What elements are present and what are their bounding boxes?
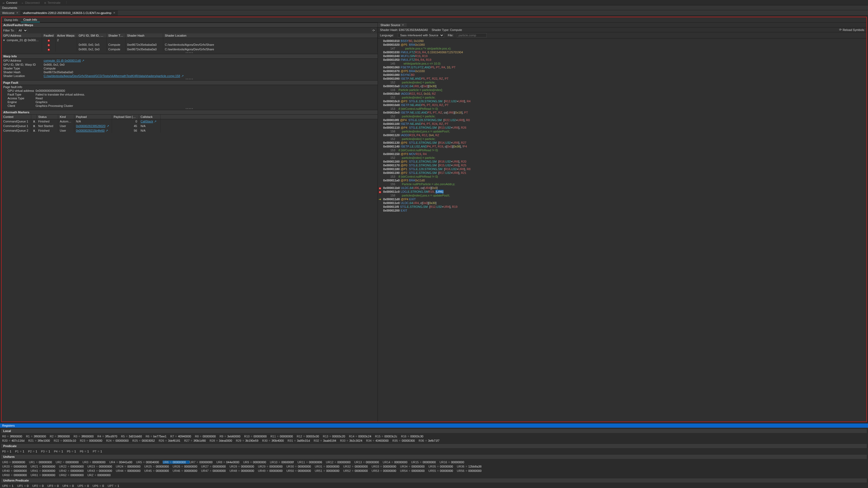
external-link-icon[interactable]: ↗ <box>105 129 108 132</box>
close-icon[interactable]: ✕ <box>113 11 115 14</box>
register-cell[interactable]: UR46= 00000000 <box>173 469 201 473</box>
register-cell[interactable]: UR45= 00000000 <box>144 469 173 473</box>
tab-crash-info[interactable]: Crash Info <box>21 17 40 22</box>
register-cell[interactable]: UR34= 00000000 <box>400 465 429 468</box>
disconnect-button[interactable]: ⌁ Disconnect <box>20 1 41 5</box>
register-cell[interactable]: UR10= 0060000f <box>270 460 297 464</box>
register-cell[interactable]: UP6 = 0 <box>93 484 108 487</box>
external-link-icon[interactable]: ↗ <box>107 124 109 128</box>
register-cell[interactable]: UR23= 00000000 <box>88 465 116 468</box>
register-cell[interactable]: P1 = 1 <box>15 450 28 453</box>
register-cell[interactable]: R13 = 00003c20 <box>323 435 349 438</box>
register-cell[interactable]: R9 = 3eb60000 <box>219 435 244 438</box>
register-cell[interactable]: UR5 = 00004000 <box>136 460 163 464</box>
register-cell[interactable]: UR35= 00000000 <box>429 465 457 468</box>
col-shader-type[interactable]: Shader Type <box>107 33 125 38</box>
code-line[interactable]: 0x00001010 BSSY B0, 0x1090 <box>378 39 866 43</box>
register-cell[interactable]: UR27= 00000000 <box>201 465 230 468</box>
register-cell[interactable]: R14 = 00003c24 <box>349 435 375 438</box>
register-cell[interactable]: URZ = 00000000 <box>88 474 115 477</box>
code-line[interactable]: 0x00001120 IADD3 R19, P4, R12, 0x4, RZ <box>378 133 866 137</box>
col-kind[interactable]: Kind <box>58 115 74 119</box>
register-cell[interactable]: UP0 = 1 <box>2 484 17 487</box>
register-cell[interactable]: UR9 = 00000000 <box>243 460 270 464</box>
code-line[interactable]: 116 Particle particle = particles[index]… <box>378 88 866 92</box>
table-row[interactable]: ✕0x900, 0x0, 0x5Compute0xe8672e35ebaba0a… <box>2 42 378 47</box>
code-line[interactable]: 0x00001130 @P6 STG.E.STRONG.SM [R14.U32+… <box>378 141 866 144</box>
register-cell[interactable]: R29 = 3b190e59 <box>236 439 262 442</box>
col-payload[interactable]: Payload <box>74 115 112 119</box>
table-row[interactable]: ▾ compute_01 @ 0x000011d0 ✕ 2 <box>2 38 378 42</box>
code-line[interactable]: 0x000010c0 @P3 STG.E.128.STRONG.SM [R12.… <box>378 99 866 103</box>
col-shader-hash[interactable]: Shader Hash <box>125 33 163 38</box>
code-line[interactable]: 152 particles[index] = particle; <box>378 137 866 141</box>
register-cell[interactable]: UP4 = 0 <box>62 484 78 487</box>
close-icon[interactable]: ✕ <box>16 11 18 14</box>
register-cell[interactable]: UR53= 00000000 <box>372 469 400 473</box>
external-link-icon[interactable]: ↗ <box>82 59 84 62</box>
code-line[interactable]: 152 particles[index] = particle; <box>378 80 866 84</box>
code-line[interactable]: ➔0x000011d0 @!P4 EXIT <box>378 197 866 201</box>
register-cell[interactable]: P2 = 1 <box>28 450 41 453</box>
register-cell[interactable]: UR50= 00000000 <box>286 469 315 473</box>
register-cell[interactable]: UR7 = 00000000 <box>190 460 216 464</box>
kv-value[interactable]: C:/sw/devtools/Agora/Dev/Grfx/Shared/GCD… <box>43 74 376 78</box>
register-cell[interactable]: R35 = 00000300 <box>393 439 419 442</box>
register-cell[interactable]: UR40= 00000000 <box>2 469 31 473</box>
register-cell[interactable]: R31 = 3a89c01d <box>288 439 314 442</box>
register-cell[interactable]: UP2 = 0 <box>32 484 48 487</box>
register-cell[interactable]: UR25= 00000000 <box>144 465 173 468</box>
code-line[interactable]: 0x00001060 FSETP.GTU.FTZ.AND P5, PT, R4,… <box>378 65 866 69</box>
register-cell[interactable]: R8 = 00000000 <box>195 435 219 438</box>
table-row[interactable]: CommandQueue 2FinishedUser0x0000028215b4… <box>2 128 378 133</box>
register-cell[interactable]: R32 = 3aab6184 <box>314 439 340 442</box>
file-select[interactable] <box>457 33 487 37</box>
code-line[interactable]: 0x00001140 ISETP.LE.U32.AND P4, PT, R19,… <box>378 144 866 148</box>
code-line[interactable]: 0x00001180 @P1 STG.E.128.STRONG.SM [R16.… <box>378 167 866 171</box>
register-cell[interactable]: UR29= 00000000 <box>258 465 286 468</box>
register-cell[interactable]: UR12= 00000000 <box>326 460 354 464</box>
register-cell[interactable]: UR49= 00000000 <box>258 469 286 473</box>
register-cell[interactable]: R15 = 00003c2c <box>375 435 401 438</box>
register-cell[interactable]: UR22= 00000000 <box>59 465 88 468</box>
splitter-horizontal[interactable]: ••••• <box>2 52 378 54</box>
tree-toggle-icon[interactable]: ▾ <box>3 38 6 42</box>
doc-tab-dump[interactable]: vkaftermathtestkhr-22812-20230310_163633… <box>21 10 118 15</box>
register-cell[interactable]: UP1 = 0 <box>17 484 32 487</box>
code-line[interactable]: 0x000011e0 ULDC.64 UR4, c[0x0][0x30] <box>378 201 866 205</box>
col-faulted[interactable]: Faulted <box>42 33 56 38</box>
register-cell[interactable]: R24 = 00000000 <box>106 439 132 442</box>
register-cell[interactable]: R11 = 00000000 <box>270 435 297 438</box>
register-cell[interactable]: UR30= 00000000 <box>286 465 315 468</box>
register-cell[interactable]: UR24= 00000000 <box>116 465 144 468</box>
callstack-link[interactable]: CallStack <box>141 120 153 123</box>
code-line[interactable]: 0x000010f0 @P4 STG.E.128.STRONG.SM [R22.… <box>378 118 866 122</box>
register-cell[interactable]: R22 = 00003c10 <box>54 439 80 442</box>
code-line[interactable]: 153 if (tdrControl.nullPtrRead != 0) <box>378 148 866 152</box>
code-line[interactable]: 0x000010b0 IADD3 R22, R12, 0x10, RZ <box>378 92 866 96</box>
code-line[interactable]: 0x000010d0 ISETP.NE.AND P6, PT, R23, RZ,… <box>378 103 866 107</box>
col-active-warps[interactable]: Active Warps <box>56 33 77 38</box>
register-cell[interactable]: UR61= 00000000 <box>31 474 59 477</box>
register-cell[interactable]: UR55= 00000000 <box>429 469 457 473</box>
terminate-button[interactable]: ✕ Terminate <box>42 1 62 5</box>
code-line[interactable]: 0x00001070 @!P5 BRA 0x1030 <box>378 69 866 73</box>
code-line[interactable]: 0x000010e0 ISETP.NE.U32.AND P3, PT, RZ, … <box>378 110 866 115</box>
register-cell[interactable]: R7 = 40940000 <box>170 435 195 438</box>
menu-more-button[interactable]: ⋮ <box>63 1 69 5</box>
kv-value[interactable]: compute_01 @ 0x000011d0↗ <box>43 59 376 62</box>
register-cell[interactable]: R28 = 3dea0000 <box>210 439 236 442</box>
col-gpu-address[interactable]: GPU Address <box>2 33 42 38</box>
register-cell[interactable]: R30 = 3f0b4000 <box>262 439 288 442</box>
col-context[interactable]: Context <box>2 115 31 119</box>
splitter-horizontal[interactable]: ••••• <box>2 108 378 110</box>
register-cell[interactable]: R20 = 407c116d <box>2 439 28 442</box>
code-line[interactable]: 152 particles[index] = particle; <box>378 96 866 99</box>
register-cell[interactable]: UR26= 00000000 <box>173 465 201 468</box>
code-line[interactable]: 155 Particle nullPtrParticle = ubo.zeroA… <box>378 182 866 186</box>
register-cell[interactable]: UR21= 00000000 <box>31 465 59 468</box>
register-cell[interactable]: R10 = 00000000 <box>244 435 271 438</box>
register-cell[interactable]: R12 = 00003c00 <box>297 435 323 438</box>
register-cell[interactable]: UR3 = 00000000 <box>83 460 109 464</box>
register-cell[interactable]: UR44= 00000000 <box>116 469 144 473</box>
